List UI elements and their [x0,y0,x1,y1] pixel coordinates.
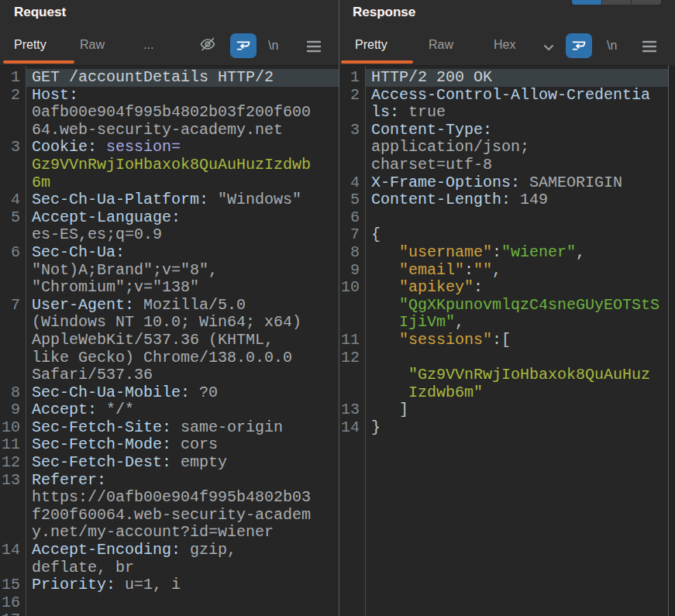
code-line: f200f60064.web-security-academ [26,507,339,525]
newline-icon[interactable]: \n [607,39,617,53]
line-number: 15 [0,576,26,594]
code-line: Sec-Ch-Ua-Platform: "Windows" [26,191,339,209]
response-pane: Response Pretty Raw Hex \n 1HTTP/2 [339,0,675,616]
request-tab-overflow[interactable]: ... [143,38,153,52]
request-tab-raw[interactable]: Raw [80,38,105,52]
code-line: Access-Control-Allow-Credentia [365,87,675,105]
code-row: 14} [339,419,675,437]
line-number [0,332,26,349]
code-row: 3Content-Type: [339,122,675,139]
line-number: 3 [339,122,365,139]
code-line: ls: true [365,104,675,122]
response-editor[interactable]: 1HTTP/2 200 OK2Access-Control-Allow-Cred… [339,65,675,616]
hamburger-icon [305,37,323,56]
code-line [26,611,339,616]
code-row: "Not)A;Brand";v="8", [0,262,339,280]
soft-wrap-icon [235,37,252,54]
request-tab-pretty[interactable]: Pretty [14,38,46,52]
code-row: application/json; [339,139,675,157]
line-number: 5 [0,209,26,227]
code-row: 7{ [339,226,675,244]
line-number [0,122,26,139]
code-line: } [365,419,675,437]
view-toggle-segment-2[interactable] [602,0,632,5]
code-line: "Chromium";v="138" [26,279,339,297]
code-row: 4Sec-Ch-Ua-Platform: "Windows" [0,191,339,209]
code-line: 6m [26,174,339,192]
code-row: 16 [0,594,339,612]
editor-menu-button[interactable] [305,37,323,56]
code-row: es-ES,es;q=0.9 [0,226,339,244]
request-title: Request [14,5,66,20]
code-line: "Gz9VVnRwjIoHbaxok8QuAuHuz [365,367,675,384]
code-row: 13Referer: [0,472,339,490]
code-row: charset=utf-8 [339,157,675,174]
view-toggle[interactable] [572,0,661,5]
line-number: 14 [0,542,26,559]
code-line: { [365,226,675,244]
code-row: y.net/my-account?id=wiener [0,524,339,542]
gutter-separator [365,66,366,616]
line-number [0,262,26,280]
code-line: Sec-Fetch-Mode: cors [26,436,339,454]
line-number: 3 [0,139,26,157]
code-row: (Windows NT 10.0; Win64; x64) [0,314,339,332]
hide-content-button[interactable] [198,35,217,53]
line-number [0,349,26,367]
code-row: 11 "sessions":[ [339,332,675,349]
request-pane: Request Pretty Raw ... \n [0,0,339,616]
editor-menu-button[interactable] [640,37,659,56]
code-row: 6 [339,209,675,227]
code-row: like Gecko) Chrome/138.0.0.0 [0,349,339,367]
code-line: y.net/my-account?id=wiener [26,524,339,542]
line-number [0,507,26,525]
code-row: 64.web-security-academy.net [0,122,339,139]
code-row: "Chromium";v="138" [0,279,339,297]
code-row: 9 "email":"", [339,262,675,280]
line-number [0,559,26,577]
response-scrollbar-track[interactable] [668,65,675,616]
code-line: Content-Length: 149 [365,191,675,209]
code-line: Priority: u=1, i [26,576,339,594]
code-row: https://0afb00e904f995b4802b03 [0,489,339,507]
line-number: 10 [339,279,365,297]
hamburger-icon [640,37,659,56]
code-line: Sec-Fetch-Site: same-origin [26,419,339,437]
view-toggle-segment-3[interactable] [632,0,661,5]
soft-wrap-button[interactable] [566,33,592,58]
code-line: "username":"wiener", [365,244,675,262]
code-line: 64.web-security-academy.net [26,122,339,139]
code-line: "QgXKpunovmlqzC4sneGUyEOTStS [365,297,675,315]
line-number [0,367,26,384]
line-number: 4 [339,174,365,192]
line-number: 13 [0,472,26,490]
line-number: 6 [0,244,26,262]
request-editor[interactable]: 1GET /accountDetails HTTP/22Host:0afb00e… [0,65,339,616]
line-number: 5 [339,191,365,209]
response-tab-hex[interactable]: Hex [494,38,515,52]
line-number: 16 [0,594,26,612]
code-row: 4X-Frame-Options: SAMEORIGIN [339,174,675,192]
soft-wrap-button[interactable] [230,33,257,58]
response-tab-raw[interactable]: Raw [429,38,453,52]
line-number: 8 [0,384,26,402]
code-row: Izdwb6m" [339,384,675,402]
render-options-dropdown[interactable] [539,39,558,57]
code-row: 8Sec-Ch-Ua-Mobile: ?0 [0,384,339,402]
code-line: "email":"", [365,262,675,280]
line-number: 2 [339,87,365,105]
line-number [0,226,26,244]
code-line: X-Frame-Options: SAMEORIGIN [365,174,675,192]
response-tab-pretty[interactable]: Pretty [355,38,387,52]
line-number: 9 [0,401,26,419]
view-toggle-segment-active[interactable] [572,0,601,5]
code-line: application/json; [365,139,675,157]
newline-icon[interactable]: \n [268,39,278,53]
code-line: Safari/537.36 [26,367,339,384]
code-line: HTTP/2 200 OK [365,69,675,87]
code-row: Gz9VVnRwjIoHbaxok8QuAuHuzIzdwb [0,157,339,174]
code-row: 13 ] [339,401,675,419]
code-line: GET /accountDetails HTTP/2 [26,69,339,87]
code-line: Accept-Encoding: gzip, [26,542,339,559]
code-row: 1GET /accountDetails HTTP/2 [0,69,339,87]
